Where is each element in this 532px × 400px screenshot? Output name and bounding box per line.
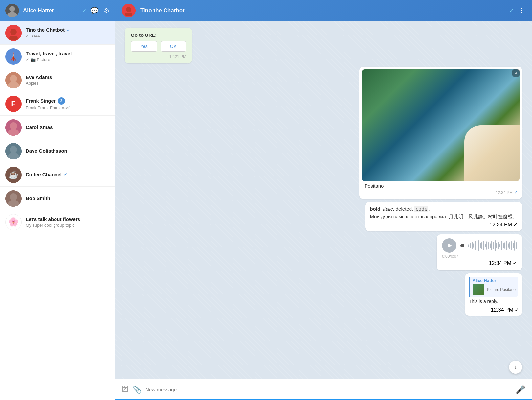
chat-name: Frank Singer [26,98,56,104]
url-prompt-buttons: Yes OK [131,41,186,52]
svg-point-13 [10,122,17,129]
avatar [5,72,22,88]
audio-duration: 0:00/0:07 [442,254,517,259]
chat-preview: My super cool group topic [26,223,109,228]
main-area: Tino the Chatbot ✓ ✓ 3344 🗼 Travel, trav… [0,21,532,400]
reply-preview-text: Picture Positano [487,287,516,292]
microphone-icon[interactable]: 🎤 [516,385,525,394]
chat-info: Frank Singer 3 Frank Frank Frank a->f [26,97,109,110]
chat-name: Tino the Chatbot [26,27,65,33]
unread-badge: 3 [58,97,65,105]
svg-marker-21 [448,243,452,248]
chat-name: Travel, travel, travel [26,51,72,56]
chat-info: Bob Smith [26,195,109,202]
user-verified-icon: ✓ [82,8,86,14]
chat-info: Let's talk about flowers My super cool g… [26,216,109,228]
photo-time-row: 12:34 PM ✓ [362,190,520,196]
svg-point-4 [126,7,131,12]
scroll-to-bottom-button[interactable]: ↓ [509,361,522,374]
svg-point-16 [10,146,17,153]
sidebar-icons: 💬 ⚙ [90,7,110,14]
collapse-button[interactable]: ∧ [512,69,520,77]
chatbot-avatar [122,4,136,17]
svg-rect-5 [125,13,132,16]
photo-check-icon: ✓ [514,190,518,195]
list-item[interactable]: Bob Smith [0,187,115,210]
chat-name: Carol Xmas [26,124,53,130]
chat-name: Coffee Channel [26,172,62,177]
audio-dot [460,244,464,247]
more-options-icon[interactable]: ⋮ [518,6,525,15]
reply-from: Alice Hatter [473,278,516,283]
chat-area: Go to URL: Yes OK 12:21 PM ∧ Positano 12… [115,21,532,400]
chat-name: Bob Smith [26,195,50,201]
list-item[interactable]: Tino the Chatbot ✓ ✓ 3344 [0,21,115,45]
waveform [468,240,517,251]
svg-point-1 [9,6,15,12]
chat-preview: ✓ 3344 [26,34,109,38]
messages-container: Go to URL: Yes OK 12:21 PM ∧ Positano 12… [115,21,532,379]
svg-point-7 [10,29,17,35]
text-time-row: 12:34 PM ✓ [370,222,518,228]
photo-image [362,69,520,181]
chatbot-verified-icon: ✓ [509,8,514,14]
sidebar-header: Alice Hatter ✓ 💬 ⚙ [0,0,115,21]
photo-caption: Positano [362,181,520,190]
url-yes-button[interactable]: Yes [131,41,157,52]
chat-info: Eve Adams Apples [26,74,109,86]
deleted-text: deleted [396,206,412,212]
bold-text: bold [370,206,380,212]
audio-row [442,238,517,253]
message-input[interactable] [145,387,512,392]
verified-icon: ✓ [67,27,71,33]
url-prompt-bubble: Go to URL: Yes OK 12:21 PM [125,28,192,63]
chat-header: Tino the Chatbot ✓ ⋮ [115,0,532,21]
list-item[interactable]: Dave Goliathsson [0,139,115,163]
chat-info: Coffee Channel ✓ [26,172,109,178]
chat-info: Tino the Chatbot ✓ ✓ 3344 [26,27,109,38]
chat-icon[interactable]: 💬 [90,7,99,14]
list-item[interactable]: F Frank Singer 3 Frank Frank Frank a->f [0,92,115,116]
chat-preview: Apples [26,81,109,86]
avatar [5,25,22,41]
list-item[interactable]: ☕ Coffee Channel ✓ [0,163,115,187]
avatar: ☕ [5,167,22,183]
url-ok-button[interactable]: OK [161,41,186,52]
audio-check-icon: ✓ [513,260,517,266]
settings-icon[interactable]: ⚙ [104,7,110,14]
play-button[interactable] [442,238,456,253]
svg-rect-8 [9,36,18,40]
reply-message-bubble: Alice Hatter Picture Positano This is a … [465,273,522,316]
chatbot-name: Tino the Chatbot [140,7,505,14]
svg-point-19 [10,193,17,200]
avatar: 🌸 [5,214,22,230]
list-item[interactable]: Eve Adams Apples [0,68,115,92]
message-text: bold, italic, deleted, code. Мой дядя са… [370,205,518,220]
chat-preview: Frank Frank Frank a->f [26,106,109,110]
avatar: 🗼 [5,48,22,65]
text-message-bubble: bold, italic, deleted, code. Мой дядя са… [365,202,522,231]
list-item[interactable]: Carol Xmas [0,116,115,139]
list-item[interactable]: 🌸 Let's talk about flowers My super cool… [0,210,115,234]
chat-info: Dave Goliathsson [26,148,109,154]
chat-preview: ✓ 📷 Picture [26,57,109,62]
file-attach-icon[interactable]: 📎 [133,386,142,394]
user-name: Alice Hatter [23,7,77,14]
text-check-icon: ✓ [513,222,518,228]
verified-icon: ✓ [64,172,68,177]
chat-name: Eve Adams [26,74,52,80]
chat-name: Dave Goliathsson [26,148,67,153]
photo-attach-icon[interactable]: 🖼 [122,386,129,394]
audio-time-row: 12:34 PM ✓ [442,260,517,266]
reply-body: This is a reply. [465,299,522,307]
photo-time: 12:34 PM [496,190,513,195]
audio-message-bubble: 0:00/0:07 12:34 PM ✓ [437,234,522,270]
list-item[interactable]: 🗼 Travel, travel, travel ✓ 📷 Picture [0,45,115,68]
reply-preview: Picture Positano [473,284,516,295]
chat-info: Travel, travel, travel ✓ 📷 Picture [26,51,109,62]
reply-check-icon: ✓ [515,307,519,313]
photo-container [362,69,520,181]
url-prompt-time: 12:21 PM [131,54,186,59]
chat-name: Let's talk about flowers [26,216,80,222]
code-text: code [414,206,428,212]
